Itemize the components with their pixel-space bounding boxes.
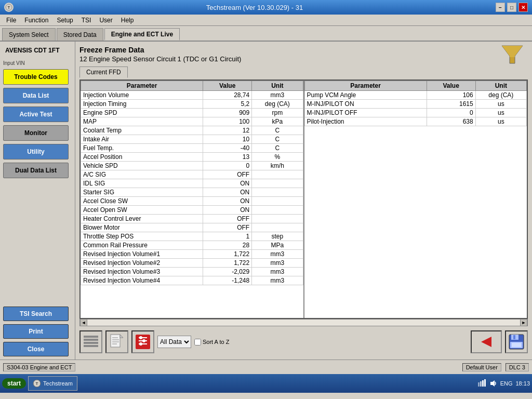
value-cell: 12 [203, 126, 252, 135]
sort-checkbox-input[interactable] [194, 339, 201, 345]
value-cell: 1,722 [203, 250, 252, 259]
toolbar-settings-icon-button[interactable] [131, 330, 154, 353]
right-table-wrap: Parameter Value Unit Pump VCM Angle 106 … [304, 81, 527, 318]
save-icon [508, 334, 525, 350]
value-cell: ON [203, 188, 252, 197]
menu-file[interactable]: File [2, 16, 20, 25]
document-icon [109, 334, 125, 350]
data-tables-wrapper: Parameter Value Unit Injection Volume 28… [79, 79, 528, 319]
tsi-search-button[interactable]: TSI Search [3, 307, 69, 321]
table-row: Common Rail Pressure 28 MPa [81, 241, 303, 250]
tab-stored-data[interactable]: Stored Data [57, 28, 103, 41]
scroll-left-button[interactable]: ◄ [80, 319, 87, 326]
left-data-table: Parameter Value Unit Injection Volume 28… [81, 81, 303, 285]
value-cell: 100 [203, 117, 252, 126]
unit-cell: mm3 [252, 91, 303, 100]
trouble-codes-button[interactable]: Trouble Codes [3, 69, 69, 85]
scroll-right-button[interactable]: ► [520, 319, 527, 326]
value-cell: 0 [203, 162, 252, 170]
title-bar: T Techstream (Ver 10.30.029) - 31 − □ ✕ [0, 0, 532, 15]
value-cell: 1,722 [203, 259, 252, 268]
sort-checkbox-label[interactable]: Sort A to Z [194, 339, 229, 345]
bottom-toolbar: All Data Sort A to Z [79, 328, 528, 355]
table-row: A/C SIG OFF [81, 170, 303, 179]
table-row: Injection Timing 5,2 deg (CA) [81, 100, 303, 109]
table-row: Fuel Temp. -40 C [81, 144, 303, 153]
maximize-button[interactable]: □ [507, 3, 516, 12]
close-button[interactable]: Close [3, 342, 69, 356]
svg-rect-27 [512, 343, 521, 347]
unit-cell: C [252, 126, 303, 135]
window-controls[interactable]: − □ ✕ [496, 3, 528, 12]
tab-engine-ect-live[interactable]: Engine and ECT Live [104, 28, 180, 41]
toolbar-list-icon-button[interactable] [79, 330, 102, 353]
close-window-button[interactable]: ✕ [518, 3, 528, 12]
toolbar-document-icon-button[interactable] [105, 330, 128, 353]
param-cell: IDL SIG [81, 179, 203, 188]
menu-help[interactable]: Help [117, 16, 138, 25]
unit-cell: deg (CA) [475, 91, 526, 100]
param-cell: Common Rail Pressure [81, 241, 203, 250]
svg-marker-9 [120, 335, 123, 338]
menu-function[interactable]: Function [20, 16, 52, 25]
value-cell: ON [203, 197, 252, 206]
menu-user[interactable]: User [95, 16, 116, 25]
param-cell: Accel Open SW [81, 206, 203, 215]
unit-cell: deg (CA) [252, 100, 303, 109]
right-col-parameter: Parameter [304, 81, 427, 91]
menu-setup[interactable]: Setup [52, 16, 77, 25]
unit-cell [252, 223, 303, 232]
tab-system-select[interactable]: System Select [2, 28, 56, 41]
minimize-button[interactable]: − [496, 3, 505, 12]
content-area: Freeze Frame Data 12 Engine Speed Sensor… [75, 42, 532, 360]
unit-cell: mm3 [252, 268, 303, 276]
horizontal-scrollbar[interactable]: ◄ ► [79, 319, 528, 326]
svg-point-20 [139, 342, 142, 345]
value-cell: 5,2 [203, 100, 252, 109]
menu-tsi[interactable]: TSI [77, 16, 96, 25]
back-arrow-icon [476, 334, 497, 350]
utility-button[interactable]: Utility [3, 144, 69, 159]
param-cell: Throttle Step POS [81, 232, 203, 241]
unit-cell: us [475, 109, 526, 117]
scroll-track[interactable] [87, 320, 520, 326]
param-cell: Injection Volume [81, 91, 203, 100]
taskbar-app-label: Techstream [43, 380, 73, 387]
monitor-button[interactable]: Monitor [3, 125, 69, 141]
data-list-button[interactable]: Data List [3, 88, 69, 103]
table-row: Revised Injection Volume#1 1,722 mm3 [81, 250, 303, 259]
table-row: Vehicle SPD 0 km/h [81, 162, 303, 170]
table-row: Pump VCM Angle 106 deg (CA) [304, 91, 527, 100]
table-row: MAP 100 kPa [81, 117, 303, 126]
all-data-dropdown[interactable]: All Data [157, 336, 191, 348]
window-title: Techstream (Ver 10.30.029) - 31 [14, 4, 496, 11]
table-row: Blower Motor OFF [81, 223, 303, 232]
sort-label-text: Sort A to Z [203, 339, 229, 345]
value-cell: 106 [427, 91, 475, 100]
back-arrow-button[interactable] [471, 330, 502, 353]
start-button[interactable]: start [2, 378, 26, 389]
unit-cell: rpm [252, 109, 303, 117]
param-cell: Revised Injection Volume#1 [81, 250, 203, 259]
left-col-value: Value [203, 81, 252, 91]
unit-cell: kPa [252, 117, 303, 126]
main-layout: AVENSIS CDT 1FT Input VIN Trouble Codes … [0, 42, 532, 360]
print-button[interactable]: Print [3, 324, 69, 339]
value-cell: 13 [203, 153, 252, 162]
sidebar: AVENSIS CDT 1FT Input VIN Trouble Codes … [0, 42, 75, 360]
param-cell: Accel Close SW [81, 197, 203, 206]
save-button[interactable] [505, 330, 528, 353]
dual-data-list-button[interactable]: Dual Data List [3, 163, 69, 178]
header-area: Freeze Frame Data 12 Engine Speed Sensor… [79, 46, 528, 66]
active-test-button[interactable]: Active Test [3, 107, 69, 122]
table-row: Coolant Temp 12 C [81, 126, 303, 135]
ffd-current-tab[interactable]: Current FFD [79, 66, 128, 78]
filter-icon [499, 42, 525, 68]
value-cell: ON [203, 206, 252, 215]
param-cell: A/C SIG [81, 170, 203, 179]
left-col-parameter: Parameter [81, 81, 203, 91]
taskbar-app-1[interactable]: T Techstream [28, 376, 77, 391]
value-cell: 638 [427, 117, 475, 126]
param-cell: MAP [81, 117, 203, 126]
unit-cell [252, 179, 303, 188]
